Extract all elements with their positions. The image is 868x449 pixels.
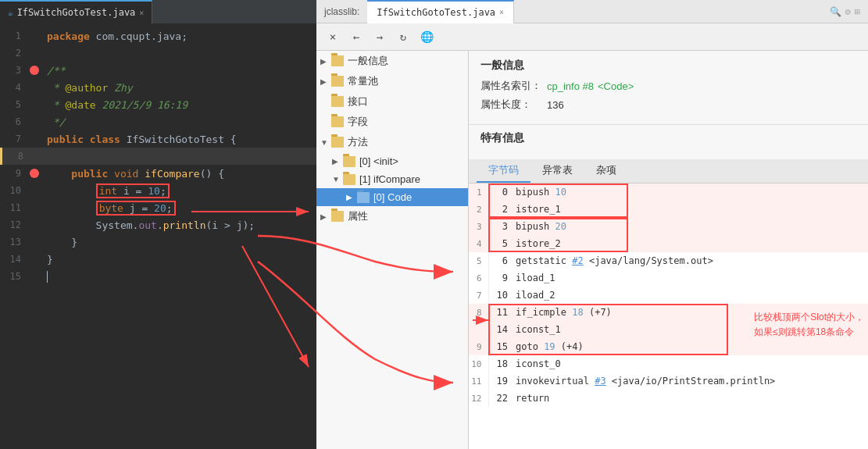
tree-item-interface[interactable]: ▶ 接口 [316,91,468,112]
left-tab-close[interactable]: × [139,9,144,17]
right-tab-section: jclasslib: IfSwitchGotoTest.java × 🔍 ⚙ ⊞ [316,0,868,23]
line-num-3: 3 [0,65,27,76]
bytecode-table: 1 0 bipush 10 2 2 istore_1 [469,184,868,407]
tree-label-interface: 接口 [348,94,368,109]
bc-row-1: 1 0 bipush 10 [469,184,868,201]
tree-item-attr[interactable]: ▶ 属性 [316,206,468,226]
code-line-2: 2 [0,45,316,62]
comment-line2: 如果≤则跳转第18条命令 [754,326,854,337]
line-num-4: 4 [0,82,27,93]
tree-label-general: 一般信息 [348,54,388,68]
line-content-4: * @author Zhy [43,82,316,94]
bc-rownum-10: 10 [469,355,488,372]
line-num-11: 11 [0,202,27,213]
tree-item-general-info[interactable]: ▶ 一般信息 [316,51,468,71]
bc-tab-exception[interactable]: 异常表 [530,159,584,183]
bc-rownum-12: 12 [469,390,488,407]
breakpoint-3 [30,66,39,75]
code-line-6: 6 */ [0,113,316,130]
left-tabs: ☕ IfSwitchGotoTest.java × [0,0,152,23]
line-num-2: 2 [0,48,27,59]
close-button[interactable]: × [324,28,341,45]
tree-item-field[interactable]: ▶ 字段 [316,112,468,132]
code-lines: 1 package com.cqupt.java; 2 3 /** 4 [0,23,316,285]
line-num-7: 7 [0,134,27,144]
attr-length-value: 136 [547,99,564,111]
bc-row-5: 5 6 getstatic #2 <java/lang/System.out> [469,252,868,269]
bc-tab-bytecode[interactable]: 字节码 [477,159,530,183]
comment-line1: 比较栈顶两个Slot的大小， [754,312,864,322]
refresh-button[interactable]: ↻ [395,28,412,45]
line-num-9: 9 [0,168,27,179]
bc-rownum-5: 5 [469,252,488,269]
close-icon: × [330,30,336,43]
comment-annotation: 比较栈顶两个Slot的大小， 如果≤则跳转第18条命令 [754,310,864,340]
section-title-special: 特有信息 [480,131,856,145]
right-tab-close[interactable]: × [499,8,504,16]
code-line-11: 11 byte j = 20; [0,199,316,216]
bc-rownum-4: 4 [469,235,488,252]
line-num-1: 1 [0,30,27,41]
code-line-7: 7 public class IfSwitchGotoTest { [0,130,316,148]
folder-icon-attr [331,211,344,222]
line-content-1: package com.cqupt.java; [43,30,316,42]
bc-offset-6: 9 [488,269,512,287]
left-tab-active[interactable]: ☕ IfSwitchGotoTest.java × [0,0,152,23]
line-content-6: */ [43,116,316,128]
bc-row-3: 3 3 bipush 20 [469,218,868,235]
globe-button[interactable]: 🌐 [418,28,435,45]
bc-instr-12: return [512,390,868,407]
line-num-10: 10 [0,185,27,196]
code-line-10: 10 int i = 10; [0,182,316,199]
back-button[interactable]: ← [348,28,365,45]
win-layout[interactable]: ⊞ [855,6,860,17]
forward-icon: → [377,30,383,43]
jclasslib-toolbar: × ← → ↻ 🌐 [316,23,868,51]
line-num-8: 8 [2,151,30,162]
bc-offset-8a: 11 [488,304,512,321]
code-editor: 1 package com.cqupt.java; 2 3 /** 4 [0,23,316,449]
bc-tab-misc[interactable]: 杂项 [584,159,628,183]
tree-item-init[interactable]: ▶ [0] <init> [316,152,468,170]
attr-index-code: <Code> [598,80,634,92]
code-line-1: 1 package com.cqupt.java; [0,27,316,45]
line-content-10: int i = 10; [43,184,316,198]
folder-icon-cp [331,76,344,87]
folder-icon-interface [331,96,344,107]
code-line-9: 9 public void ifCompare() { [0,165,316,182]
bc-rownum-6: 6 [469,269,488,287]
tree-arrow-ifcompare: ▼ [332,175,343,184]
forward-button[interactable]: → [371,28,388,45]
globe-icon: 🌐 [420,30,434,43]
bc-instr-11: invokevirtual #3 <java/io/PrintStream.pr… [512,372,868,390]
tree-item-constant-pool[interactable]: ▶ 常量池 [316,71,468,91]
bytecode-tabs: 字节码 异常表 杂项 [469,159,868,184]
folder-icon-general [331,55,344,66]
code-line-15: 15 [0,268,316,285]
tree-arrow-attr: ▶ [320,212,331,221]
code-line-8: 8 [0,148,316,165]
line-content-12: System.out.println(i > j); [43,219,316,231]
bc-instr-3: bipush 20 [512,218,868,235]
bc-rownum-9: 9 [469,338,488,355]
tree-label-cp: 常量池 [348,74,378,88]
tree-item-ifcompare[interactable]: ▼ [1] ifCompare [316,170,468,188]
folder-icon-method [331,137,344,148]
tree-item-method[interactable]: ▼ 方法 [316,132,468,152]
bc-instr-7: iload_2 [512,287,868,304]
line-num-12: 12 [0,219,27,230]
right-tab-active[interactable]: IfSwitchGotoTest.java × [367,0,514,23]
tree-item-code[interactable]: ▶ [0] Code [316,188,468,206]
bc-offset-4: 5 [488,235,512,252]
bc-offset-8b: 14 [488,321,512,338]
info-row-attr-length: 属性长度： 136 [480,98,856,112]
win-search[interactable]: 🔍 [830,6,841,17]
line-content-9: public void ifCompare() { [43,168,316,180]
breakpoint-9 [30,169,39,178]
tree-label-ifcompare: [1] ifCompare [359,173,420,185]
win-gear[interactable]: ⚙ [845,6,851,17]
tree-arrow-general: ▶ [320,57,331,66]
jclasslib-body: ▶ 一般信息 ▶ 常量池 ▶ 接口 [316,51,868,449]
folder-icon-code [357,192,370,203]
right-tab-label: IfSwitchGotoTest.java [377,7,495,18]
